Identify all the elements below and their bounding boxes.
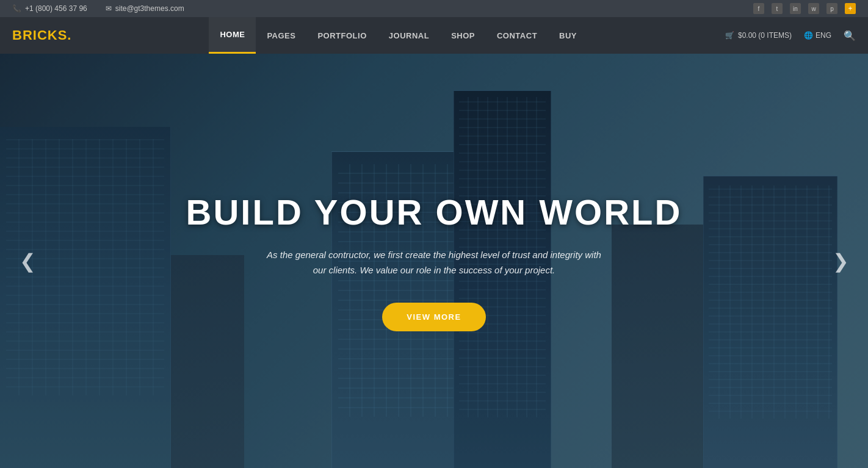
topbar-social-icons: f t in w p + — [753, 3, 856, 14]
facebook-icon[interactable]: f — [753, 3, 764, 14]
brand-text: BRICKS — [12, 27, 67, 43]
email-icon: ✉ — [106, 4, 112, 13]
email-address: site@gt3themes.com — [115, 4, 184, 13]
slider-next-button[interactable]: ❯ — [825, 246, 856, 276]
nav-buy[interactable]: BUY — [548, 17, 588, 54]
wordpress-icon[interactable]: w — [808, 3, 819, 14]
nav-portfolio[interactable]: PORTFOLIO — [306, 17, 377, 54]
cart-label: $0.00 (0 ITEMS) — [738, 31, 792, 40]
hero-content: BUILD YOUR OWN WORLD As the general cont… — [0, 54, 868, 468]
nav-journal[interactable]: JOURNAL — [378, 17, 440, 54]
hero-section: ❮ BUILD YOUR OWN WORLD As the general co… — [0, 54, 868, 468]
phone-number: +1 (800) 456 37 96 — [25, 4, 87, 13]
chevron-left-icon: ❮ — [20, 250, 36, 273]
email-info: ✉ site@gt3themes.com — [106, 4, 184, 13]
brand-dot: . — [67, 27, 71, 43]
hero-subtitle: As the general contructor, we first crea… — [263, 247, 605, 278]
globe-icon: 🌐 — [804, 31, 813, 40]
nav-contact[interactable]: CONTACT — [486, 17, 548, 54]
nav-menu: HOME PAGES PORTFOLIO JOURNAL SHOP CONTAC… — [209, 17, 588, 54]
lang-label: ENG — [816, 31, 831, 40]
hero-cta-button[interactable]: VIEW MORE — [382, 303, 485, 331]
search-button[interactable]: 🔍 — [844, 30, 856, 41]
navbar: BRICKS. HOME PAGES PORTFOLIO JOURNAL SHO… — [0, 17, 868, 54]
nav-shop[interactable]: SHOP — [440, 17, 486, 54]
nav-pages[interactable]: PAGES — [256, 17, 306, 54]
phone-info: 📞 +1 (800) 456 37 96 — [12, 4, 87, 13]
topbar-contact-info: 📞 +1 (800) 456 37 96 ✉ site@gt3themes.co… — [12, 4, 184, 13]
twitter-icon[interactable]: t — [772, 3, 783, 14]
cart-button[interactable]: 🛒 $0.00 (0 ITEMS) — [725, 31, 792, 40]
pinterest-icon[interactable]: p — [826, 3, 837, 14]
language-selector[interactable]: 🌐 ENG — [804, 31, 831, 40]
cart-icon: 🛒 — [725, 31, 734, 40]
brand-logo[interactable]: BRICKS. — [12, 27, 71, 43]
instagram-icon[interactable]: in — [790, 3, 801, 14]
chevron-right-icon: ❯ — [833, 250, 849, 273]
hero-title: BUILD YOUR OWN WORLD — [186, 192, 682, 232]
phone-icon: 📞 — [12, 4, 21, 13]
topbar: 📞 +1 (800) 456 37 96 ✉ site@gt3themes.co… — [0, 0, 868, 17]
nav-home[interactable]: HOME — [209, 17, 256, 54]
plus-icon[interactable]: + — [845, 3, 856, 14]
slider-prev-button[interactable]: ❮ — [12, 246, 43, 276]
nav-right-actions: 🛒 $0.00 (0 ITEMS) 🌐 ENG 🔍 — [725, 30, 856, 41]
